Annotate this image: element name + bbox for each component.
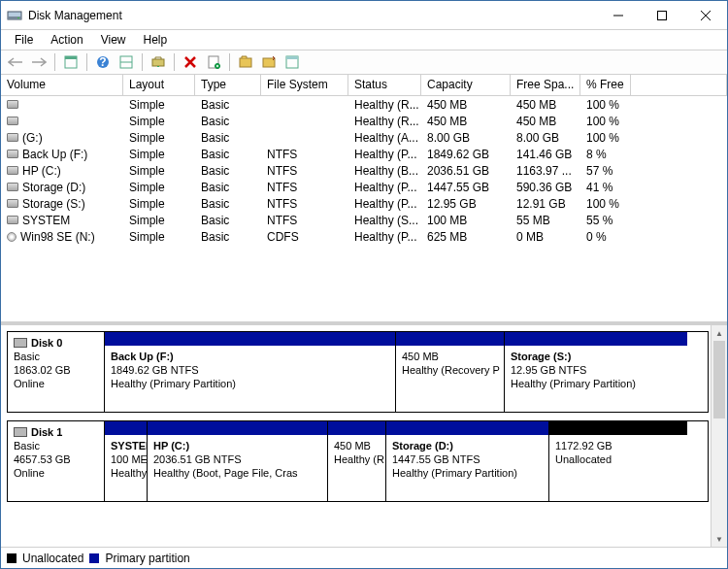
volume-free: 590.36 GB — [511, 181, 580, 194]
volume-layout: Simple — [123, 131, 195, 145]
volume-free: 450 MB — [511, 98, 580, 112]
drive-icon — [7, 183, 18, 191]
volume-free: 8.00 GB — [511, 131, 580, 145]
volume-capacity: 2036.51 GB — [421, 164, 511, 178]
toolbar-pane-icon[interactable] — [116, 51, 137, 73]
col-volume[interactable]: Volume — [1, 75, 123, 95]
volume-fs: NTFS — [261, 164, 348, 178]
volume-type: Basic — [195, 131, 261, 145]
disk-management-window: Disk Management File Action View Help ? — [0, 0, 728, 569]
drive-icon — [7, 133, 18, 142]
volume-type: Basic — [195, 230, 261, 244]
delete-icon[interactable] — [180, 51, 201, 73]
partition[interactable]: Storage (S:)12.95 GB NTFSHealthy (Primar… — [505, 332, 687, 412]
svg-rect-1 — [8, 17, 21, 19]
graphical-view-body[interactable]: Disk 0Basic1863.02 GBOnlineBack Up (F:)1… — [1, 325, 711, 547]
disk-label[interactable]: Disk 0Basic1863.02 GBOnline — [7, 331, 104, 413]
toolbar-action3-icon[interactable] — [281, 51, 303, 73]
col-free[interactable]: Free Spa... — [511, 75, 580, 95]
menu-help[interactable]: Help — [136, 32, 176, 48]
table-row[interactable]: Back Up (F:)SimpleBasicNTFSHealthy (P...… — [1, 146, 727, 162]
menu-view[interactable]: View — [93, 32, 134, 48]
window-title: Disk Management — [28, 9, 596, 22]
toolbar-view-icon[interactable] — [60, 51, 82, 73]
volume-list-body[interactable]: SimpleBasicHealthy (R...450 MB450 MB100 … — [1, 96, 727, 321]
volume-list: Volume Layout Type File System Status Ca… — [1, 75, 727, 325]
drive-icon — [7, 166, 18, 175]
partition[interactable]: HP (C:)2036.51 GB NTFSHealthy (Boot, Pag… — [148, 421, 328, 501]
legend-unallocated-swatch — [7, 553, 17, 563]
table-row[interactable]: Storage (S:)SimpleBasicNTFSHealthy (P...… — [1, 195, 727, 212]
properties-icon[interactable] — [203, 51, 224, 73]
partition[interactable]: Storage (D:)1447.55 GB NTFSHealthy (Prim… — [386, 421, 549, 501]
svg-rect-13 — [152, 59, 164, 66]
scroll-up-icon[interactable]: ▲ — [711, 325, 727, 341]
table-row[interactable]: Win98 SE (N:)SimpleBasicCDFSHealthy (P..… — [1, 228, 727, 245]
col-type[interactable]: Type — [195, 75, 261, 95]
disk-icon — [14, 338, 27, 348]
help-icon[interactable]: ? — [92, 51, 114, 73]
menu-action[interactable]: Action — [43, 32, 90, 48]
volume-pct: 0 % — [580, 230, 631, 244]
volume-layout: Simple — [123, 230, 195, 244]
menubar: File Action View Help — [1, 30, 727, 50]
minimize-button[interactable] — [596, 1, 640, 29]
volume-pct: 100 % — [580, 115, 631, 128]
drive-icon — [7, 216, 18, 224]
partition[interactable]: Back Up (F:)1849.62 GB NTFSHealthy (Prim… — [105, 332, 396, 412]
partition[interactable]: SYSTEI100 MEHealthy — [105, 421, 148, 501]
volume-pct: 57 % — [580, 164, 631, 178]
scrollbar[interactable]: ▲ ▼ — [711, 325, 727, 547]
disk-row[interactable]: Disk 1Basic4657.53 GBOnlineSYSTEI100 MEH… — [7, 420, 709, 502]
titlebar[interactable]: Disk Management — [1, 1, 727, 30]
volume-type: Basic — [195, 98, 261, 112]
maximize-button[interactable] — [640, 1, 683, 29]
col-capacity[interactable]: Capacity — [421, 75, 511, 95]
table-row[interactable]: SimpleBasicHealthy (R...450 MB450 MB100 … — [1, 113, 727, 129]
partition[interactable]: 450 MBHealthy (Recovery P — [396, 332, 505, 412]
table-row[interactable]: HP (C:)SimpleBasicNTFSHealthy (B...2036.… — [1, 162, 727, 179]
partition[interactable]: 1172.92 GBUnallocated — [549, 421, 687, 501]
volume-name: Win98 SE (N:) — [20, 230, 95, 244]
forward-button[interactable] — [28, 51, 50, 73]
volume-list-header[interactable]: Volume Layout Type File System Status Ca… — [1, 75, 727, 96]
table-row[interactable]: (G:)SimpleBasicHealthy (A...8.00 GB8.00 … — [1, 129, 727, 146]
volume-pct: 55 % — [580, 214, 631, 227]
volume-status: Healthy (R... — [348, 98, 421, 112]
col-pct[interactable]: % Free — [580, 75, 631, 95]
volume-pct: 100 % — [580, 98, 631, 112]
legend-primary-swatch — [89, 553, 99, 563]
volume-type: Basic — [195, 148, 261, 161]
table-row[interactable]: SYSTEMSimpleBasicNTFSHealthy (S...100 MB… — [1, 212, 727, 228]
toolbar-action2-icon[interactable] — [258, 51, 280, 73]
graphical-view: Disk 0Basic1863.02 GBOnlineBack Up (F:)1… — [1, 325, 727, 547]
scroll-down-icon[interactable]: ▼ — [711, 531, 727, 547]
table-row[interactable]: Storage (D:)SimpleBasicNTFSHealthy (P...… — [1, 179, 727, 195]
disk-row[interactable]: Disk 0Basic1863.02 GBOnlineBack Up (F:)1… — [7, 331, 709, 413]
refresh-icon[interactable] — [148, 51, 169, 73]
legend: Unallocated Primary partition — [1, 547, 727, 568]
back-button[interactable] — [5, 51, 26, 73]
volume-name: SYSTEM — [22, 214, 70, 227]
toolbar-action1-icon[interactable] — [235, 51, 256, 73]
volume-pct: 41 % — [580, 181, 631, 194]
scrollbar-thumb[interactable] — [713, 341, 725, 418]
svg-rect-16 — [240, 58, 251, 67]
volume-layout: Simple — [123, 197, 195, 211]
volume-capacity: 1849.62 GB — [421, 148, 511, 161]
toolbar: ? — [1, 50, 727, 75]
volume-free: 450 MB — [511, 115, 580, 128]
col-fs[interactable]: File System — [261, 75, 348, 95]
volume-name: (G:) — [22, 131, 43, 145]
menu-file[interactable]: File — [7, 32, 41, 48]
table-row[interactable]: SimpleBasicHealthy (R...450 MB450 MB100 … — [1, 96, 727, 113]
close-button[interactable] — [683, 1, 727, 29]
volume-fs: NTFS — [261, 197, 348, 211]
col-status[interactable]: Status — [348, 75, 421, 95]
disk-label[interactable]: Disk 1Basic4657.53 GBOnline — [7, 420, 104, 502]
volume-free: 1163.97 ... — [511, 164, 580, 178]
col-layout[interactable]: Layout — [123, 75, 195, 95]
volume-status: Healthy (P... — [348, 181, 421, 194]
volume-pct: 8 % — [580, 148, 631, 161]
partition[interactable]: 450 MBHealthy (R — [328, 421, 386, 501]
